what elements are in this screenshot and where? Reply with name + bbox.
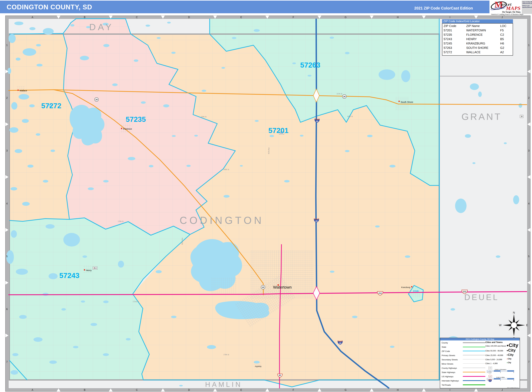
legend-title: 2021 Codington County, SD Map: [440, 338, 520, 341]
legend-item: State Highways123: [442, 371, 455, 374]
county-19-shield: 19: [520, 115, 523, 118]
svg-text:F: F: [293, 16, 294, 19]
svg-text:B: B: [84, 16, 85, 19]
legend-item: Minor Streets: [442, 363, 453, 366]
svg-text:6: 6: [528, 308, 530, 310]
svg-text:29: 29: [316, 120, 318, 122]
svg-text:H: H: [397, 389, 399, 391]
town-label-wallace: Wallace: [20, 89, 27, 92]
svg-text:25-6: 25-6: [94, 267, 97, 269]
svg-text:20: 20: [262, 286, 264, 288]
legend-item: ZIP Code: [442, 350, 450, 353]
svg-text:G: G: [345, 389, 346, 391]
zip-index-row: 57272WALLACEA2: [443, 50, 513, 54]
legend-item: Primary Streets: [442, 354, 455, 358]
svg-text:J: J: [502, 16, 503, 19]
zip-index-table: ZIP Code Index/Grid Locator ZIP CodeZIP …: [442, 19, 513, 56]
svg-text:E: E: [526, 324, 528, 327]
svg-text:166th St: 166th St: [223, 169, 229, 170]
svg-text:81: 81: [279, 374, 281, 377]
svg-text:N: N: [513, 311, 515, 314]
legend-item: Toll Roads: [442, 384, 451, 387]
svg-text:1: 1: [6, 44, 8, 47]
scale-kilometers: Scale in Kilometers 012: [487, 369, 514, 373]
legend-item: State: [442, 346, 446, 349]
svg-text:4: 4: [528, 202, 530, 205]
zip-index-row: 57263SOUTH SHOREG2: [443, 46, 513, 50]
town-label-florence: Florence: [123, 128, 132, 130]
county-label-codington: CODINGTON: [180, 215, 264, 226]
legend-cities-header: Cities and Towns: [485, 341, 503, 343]
section-road-grid: [9, 19, 439, 380]
svg-text:E: E: [240, 16, 242, 19]
svg-text:157th St: 157th St: [337, 93, 342, 95]
svg-text:D: D: [188, 389, 190, 391]
svg-text:29: 29: [339, 342, 341, 344]
map-legend: 2021 Codington County, SD Map County Sta…: [440, 338, 520, 388]
legend-city-class: Cities 1 - 4,999City: [485, 362, 519, 364]
svg-text:1: 1: [528, 44, 530, 47]
svg-text:G: G: [345, 16, 346, 19]
svg-text:212: 212: [463, 290, 466, 293]
legend-item: Interstate Highways123: [442, 380, 459, 383]
svg-text:D: D: [188, 16, 190, 19]
county-label-day: DAY: [89, 22, 113, 32]
zip-index-row: 57243HENRYB5: [443, 37, 513, 41]
scale-miles: Scale in Miles 012: [487, 377, 514, 381]
svg-text:W: W: [499, 324, 502, 327]
zip-label-57272: 57272: [41, 102, 61, 110]
svg-text:457th Ave: 457th Ave: [268, 147, 270, 154]
county-map: 29 29 29 212 212 81: [0, 0, 532, 392]
county-label-hamlin: HAMLIN: [205, 381, 242, 388]
svg-text:3: 3: [528, 149, 530, 152]
zip-index-row: 57245KRANZBURGH6: [443, 41, 513, 46]
svg-text:F: F: [293, 389, 294, 391]
svg-text:B: B: [84, 389, 85, 391]
zip-label-57235: 57235: [126, 115, 146, 123]
svg-text:5: 5: [528, 255, 530, 258]
town-label-south-shore: South Shore: [401, 101, 413, 103]
svg-text:H: H: [397, 16, 399, 19]
legend-item: US Highways123: [442, 375, 453, 379]
legend-item: County: [442, 342, 448, 345]
legend-city-class: Cities 25,000 - 49,999City: [485, 354, 519, 356]
zip-index-row: 57201WATERTOWNF5: [443, 28, 513, 33]
svg-text:20: 20: [95, 98, 98, 101]
svg-text:2: 2: [6, 97, 8, 99]
legend-city-class: Cities 100,000 and AboveCity: [485, 345, 519, 347]
svg-text:172nd St: 172nd St: [133, 301, 139, 303]
page: CODINGTON COUNTY, SD 2021 ZIP Code Color…: [0, 0, 532, 392]
svg-text:A: A: [32, 389, 33, 391]
zip-index-row: 57235FLORENCEC2: [443, 33, 513, 37]
legend-copyright: 2021 © Intelligent Direct, Inc.: [507, 387, 519, 388]
zip-label-57245: 57245: [413, 290, 419, 292]
svg-text:J: J: [502, 389, 503, 391]
svg-text:212: 212: [378, 292, 382, 294]
svg-text:452nd Ave: 452nd Ave: [181, 238, 183, 245]
legend-city-class: Cities 50,000 - 99,999City: [485, 350, 519, 352]
county-256-shield: 25-6: [93, 267, 97, 269]
svg-text:2: 2: [528, 97, 530, 99]
town-label-kranzburg: Kranzburg: [401, 286, 410, 288]
svg-text:170th St: 170th St: [118, 221, 123, 222]
svg-text:19: 19: [521, 116, 523, 117]
county-label-grant: GRANT: [461, 112, 502, 122]
svg-text:7: 7: [6, 361, 8, 363]
town-label-henry: Henry: [86, 269, 92, 271]
svg-text:7: 7: [528, 361, 530, 363]
town-label-appleby: Appleby: [255, 365, 261, 367]
legend-city-class: Cities 5,000 - 24,999City: [485, 359, 519, 361]
svg-text:6: 6: [6, 308, 8, 310]
svg-text:4: 4: [6, 202, 8, 205]
svg-text:I: I: [450, 389, 450, 391]
sd-20-shield-3: 20: [261, 285, 265, 289]
svg-text:C: C: [136, 16, 138, 19]
svg-text:3: 3: [6, 149, 8, 152]
legend-item: County Highways123: [442, 367, 457, 370]
svg-text:I: I: [450, 16, 450, 19]
zip-label-57263: 57263: [300, 61, 320, 69]
svg-text:A: A: [32, 16, 33, 19]
sd-20-shield: 20: [94, 98, 99, 102]
svg-text:5: 5: [6, 255, 8, 258]
zip-label-57201: 57201: [268, 126, 288, 135]
